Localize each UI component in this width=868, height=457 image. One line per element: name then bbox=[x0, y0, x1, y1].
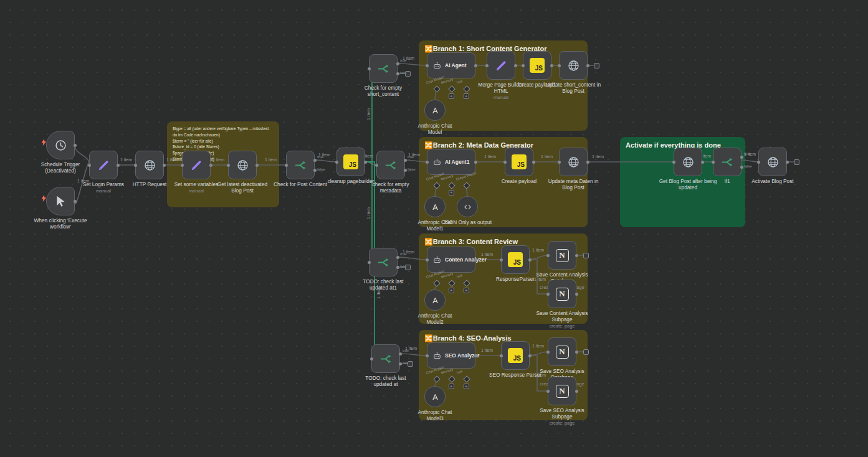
connection[interactable] bbox=[742, 160, 759, 162]
connector-port[interactable] bbox=[757, 161, 760, 164]
connector-port[interactable] bbox=[474, 354, 477, 357]
connector-port[interactable] bbox=[227, 164, 230, 167]
node-save-seo-analysis-subpage[interactable]: N bbox=[548, 377, 576, 405]
node-update-short-content-in-blog-post[interactable] bbox=[559, 51, 588, 80]
node-http-request[interactable] bbox=[135, 151, 164, 179]
node-cleanup-pagebuilder[interactable]: JS bbox=[336, 148, 365, 176]
connector-port[interactable] bbox=[528, 258, 532, 261]
connector-port[interactable] bbox=[550, 64, 553, 67]
connector-port[interactable] bbox=[313, 159, 317, 162]
connector-port[interactable] bbox=[368, 67, 371, 70]
node-if1[interactable] bbox=[713, 148, 742, 176]
node-todo-check-last-updated-at1[interactable] bbox=[369, 248, 398, 276]
connection[interactable] bbox=[398, 257, 427, 260]
add-node-endpoint[interactable] bbox=[583, 349, 589, 355]
add-node-endpoint[interactable] bbox=[405, 265, 411, 270]
connector-port[interactable] bbox=[426, 64, 429, 67]
node-create-payload1[interactable]: JS bbox=[523, 51, 551, 80]
connector-port[interactable] bbox=[255, 164, 259, 167]
connector-port[interactable] bbox=[474, 64, 477, 67]
node-set-some-variables[interactable] bbox=[182, 151, 211, 179]
connector-port[interactable] bbox=[514, 64, 517, 67]
node-check-for-post-content[interactable] bbox=[286, 151, 315, 179]
connector-port[interactable] bbox=[532, 161, 535, 164]
add-connection-button[interactable]: + bbox=[449, 190, 454, 196]
connector-port[interactable] bbox=[396, 266, 399, 269]
connector-port[interactable] bbox=[370, 357, 373, 360]
node-save-content-analysis-subpage[interactable]: N bbox=[548, 280, 576, 308]
connector-port[interactable] bbox=[399, 362, 402, 365]
connector-port[interactable] bbox=[74, 200, 77, 203]
connector-port[interactable] bbox=[575, 254, 578, 257]
connector-port[interactable] bbox=[399, 352, 402, 356]
node-merge-page-builder-html[interactable] bbox=[487, 51, 515, 80]
node-response-parser[interactable]: JS bbox=[501, 245, 530, 274]
connector-port[interactable] bbox=[474, 258, 477, 261]
add-node-endpoint[interactable] bbox=[405, 71, 411, 77]
node-check-for-empty-short-content[interactable] bbox=[369, 54, 398, 83]
connector-port[interactable] bbox=[786, 161, 789, 164]
connector-port[interactable] bbox=[134, 164, 137, 167]
node-anthropic-chat-model1[interactable] bbox=[424, 196, 446, 217]
node-anthropic-chat-model2[interactable] bbox=[424, 290, 446, 311]
node-update-meta-daten-in-blog-post[interactable] bbox=[559, 148, 588, 176]
connection[interactable] bbox=[530, 255, 548, 260]
connector-port[interactable] bbox=[426, 258, 429, 261]
connector-port[interactable] bbox=[364, 161, 367, 164]
node-save-seo-analysis-database[interactable]: N bbox=[548, 337, 576, 366]
connector-port[interactable] bbox=[672, 161, 675, 164]
connector-port[interactable] bbox=[701, 161, 704, 164]
connector-port[interactable] bbox=[181, 164, 184, 167]
connector-port[interactable] bbox=[546, 254, 550, 257]
connector-port[interactable] bbox=[575, 351, 578, 354]
add-connection-button[interactable]: + bbox=[464, 93, 469, 99]
connector-port[interactable] bbox=[503, 161, 507, 164]
connection[interactable] bbox=[400, 354, 427, 356]
connection[interactable] bbox=[315, 160, 337, 162]
connection[interactable] bbox=[530, 352, 548, 356]
node-schedule-trigger[interactable] bbox=[46, 131, 75, 159]
connector-port[interactable] bbox=[426, 354, 429, 357]
connector-port[interactable] bbox=[558, 64, 561, 67]
add-connection-button[interactable]: + bbox=[464, 288, 469, 293]
node-seo-response-parser[interactable]: JS bbox=[501, 341, 530, 370]
connector-port[interactable] bbox=[500, 258, 503, 261]
connector-port[interactable] bbox=[575, 390, 578, 393]
connector-port[interactable] bbox=[528, 354, 532, 357]
add-node-endpoint[interactable] bbox=[794, 159, 799, 165]
connector-port[interactable] bbox=[546, 351, 550, 354]
connector-port[interactable] bbox=[474, 161, 477, 164]
add-connection-button[interactable]: + bbox=[449, 384, 454, 389]
node-set-login-params[interactable] bbox=[89, 151, 118, 179]
connector-port[interactable] bbox=[396, 72, 399, 75]
connector-port[interactable] bbox=[313, 169, 317, 172]
connector-port[interactable] bbox=[546, 293, 550, 296]
connector-port[interactable] bbox=[426, 161, 429, 164]
node-anthropic-chat-model[interactable] bbox=[424, 100, 446, 121]
connector-port[interactable] bbox=[740, 156, 743, 159]
connection[interactable] bbox=[75, 162, 90, 204]
connector-port[interactable] bbox=[558, 161, 561, 164]
connector-port[interactable] bbox=[285, 164, 288, 167]
connector-port[interactable] bbox=[163, 164, 166, 167]
connector-port[interactable] bbox=[375, 164, 378, 167]
connector-port[interactable] bbox=[712, 161, 715, 164]
connection[interactable] bbox=[75, 145, 90, 165]
connector-port[interactable] bbox=[209, 164, 212, 167]
connection[interactable] bbox=[398, 64, 427, 65]
node-json-only-as-output[interactable] bbox=[457, 196, 478, 217]
add-node-endpoint[interactable] bbox=[583, 253, 589, 258]
connector-port[interactable] bbox=[586, 64, 589, 67]
node-save-content-analysis-database[interactable]: N bbox=[548, 241, 576, 270]
connector-port[interactable] bbox=[546, 390, 550, 393]
add-node-endpoint[interactable] bbox=[594, 63, 599, 68]
add-connection-button[interactable]: + bbox=[449, 288, 454, 293]
node-manual-trigger[interactable] bbox=[46, 187, 75, 215]
connection[interactable] bbox=[405, 160, 427, 162]
connector-port[interactable] bbox=[335, 161, 338, 164]
connector-port[interactable] bbox=[404, 159, 407, 162]
connector-port[interactable] bbox=[586, 161, 589, 164]
connector-port[interactable] bbox=[522, 64, 525, 67]
add-connection-button[interactable]: + bbox=[449, 93, 454, 99]
node-todo-check-last-updated-at[interactable] bbox=[371, 344, 400, 373]
